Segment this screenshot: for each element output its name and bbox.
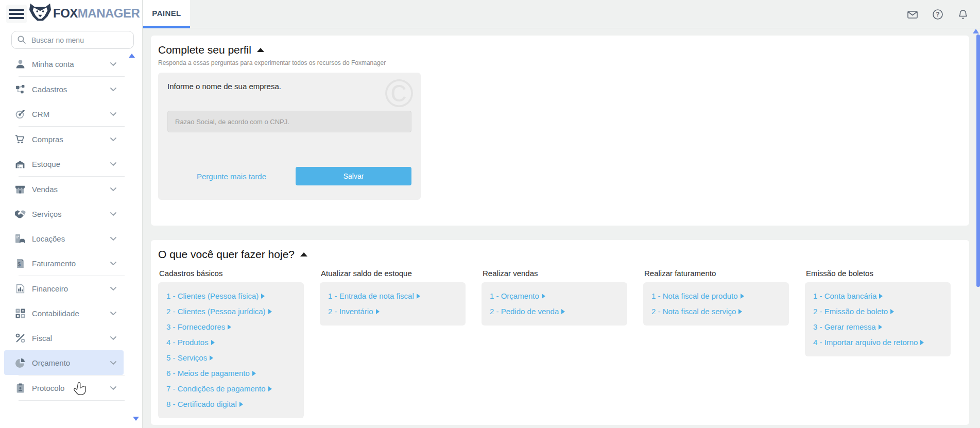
svg-text:$: $ (18, 262, 21, 267)
task-column-panel: 1 - Entrada de nota fiscal2 - Inventário (320, 282, 466, 326)
task-link-2-clientes-pessoa-juridica[interactable]: 2 - Clientes (Pessoa jurídica) (166, 304, 296, 319)
sidebar-item-label: Compras (32, 135, 110, 144)
play-arrow-icon (268, 386, 272, 391)
task-column-panel: 1 - Clientes (Pessoa física)2 - Clientes… (158, 282, 304, 418)
play-arrow-icon (741, 294, 744, 299)
profile-card-title-text: Complete seu perfil (158, 44, 251, 56)
task-column-panel: 1 - Nota fiscal de produto2 - Nota fisca… (643, 282, 789, 326)
fox-logo-icon (29, 3, 51, 24)
collapse-section-icon[interactable] (300, 252, 307, 256)
profile-question: Informe o nome de sua empresa. (167, 82, 411, 91)
pie-icon (14, 358, 26, 368)
ask-later-link[interactable]: Pergunte mais tarde (167, 172, 296, 181)
task-link-6-meios-de-pagamento[interactable]: 6 - Meios de pagamento (166, 366, 296, 381)
play-arrow-icon (268, 309, 272, 314)
task-link-8-certificado-digital[interactable]: 8 - Certificado digital (166, 397, 296, 412)
task-link-2-emissao-de-boleto[interactable]: 2 - Emissão de boleto (813, 304, 942, 319)
topbar: PAINEL ? (143, 0, 980, 28)
task-column-cadastros-basicos: Cadastros básicos1 - Clientes (Pessoa fí… (158, 269, 304, 418)
sidebar-item-servicos[interactable]: Serviços (4, 201, 124, 226)
sidebar-item-orcamento[interactable]: Orçamento (4, 350, 124, 375)
sidebar-item-minha-conta[interactable]: Minha conta (4, 52, 124, 76)
sidebar-scroll-up-icon[interactable] (129, 54, 135, 58)
tab-painel[interactable]: PAINEL (143, 0, 190, 28)
chevron-down-icon (110, 262, 116, 265)
chevron-down-icon (110, 386, 116, 390)
app-logo: FOXMANAGER (29, 3, 140, 24)
chevron-down-icon (110, 312, 116, 315)
sidebar-item-label: Financeiro (32, 284, 110, 293)
sidebar-item-cadastros[interactable]: Cadastros (4, 77, 124, 101)
sidebar-item-locacoes[interactable]: Locações (4, 226, 124, 251)
sidebar-item-fiscal[interactable]: Fiscal (4, 326, 124, 350)
search-input[interactable] (11, 31, 134, 49)
chevron-down-icon (110, 88, 116, 91)
play-arrow-icon (210, 355, 213, 361)
task-link-2-pedido-de-venda[interactable]: 2 - Pedido de venda (490, 304, 619, 319)
task-link-1-entrada-de-nota-fiscal[interactable]: 1 - Entrada de nota fiscal (328, 288, 457, 304)
building-car-icon (14, 234, 26, 244)
play-arrow-icon (920, 340, 924, 345)
task-link-1-orcamento[interactable]: 1 - Orçamento (490, 288, 619, 304)
sidebar-item-label: Contabilidade (32, 309, 110, 318)
sidebar-item-financeiro[interactable]: Financeiro (4, 276, 124, 301)
store-icon (14, 184, 26, 194)
play-arrow-icon (879, 294, 883, 299)
sidebar-item-vendas[interactable]: Vendas (4, 177, 124, 201)
task-link-3-gerar-remessa[interactable]: 3 - Gerar remessa (813, 319, 942, 335)
task-link-2-inventario[interactable]: 2 - Inventário (328, 304, 457, 319)
svg-text:?: ? (936, 11, 939, 18)
profile-question-panel: Informe o nome de sua empresa. © Pergunt… (158, 73, 421, 200)
task-link-1-conta-bancaria[interactable]: 1 - Conta bancária (813, 288, 942, 304)
play-arrow-icon (376, 309, 380, 314)
handshake-icon (14, 209, 26, 219)
chevron-down-icon (110, 162, 116, 166)
sidebar-item-label: Locações (32, 234, 110, 243)
tasks-card-title: O que você quer fazer hoje? (158, 248, 962, 261)
app-logo-text: FOXMANAGER (53, 3, 140, 24)
sidebar-item-protocolo[interactable]: Protocolo (4, 375, 124, 400)
clipboard-icon (14, 383, 26, 393)
task-link-1-nota-fiscal-de-produto[interactable]: 1 - Nota fiscal de produto (651, 288, 781, 304)
sidebar-item-compras[interactable]: Compras (4, 127, 124, 151)
chevron-down-icon (110, 112, 116, 116)
tasks-card-title-text: O que você quer fazer hoje? (158, 248, 295, 261)
chevron-down-icon (110, 237, 116, 241)
collapse-section-icon[interactable] (257, 48, 264, 52)
sidebar-item-label: Fiscal (32, 334, 110, 343)
profile-panel-footer: Pergunte mais tarde Salvar (167, 167, 411, 185)
help-icon[interactable]: ? (932, 9, 943, 20)
task-column-header: Realizar faturamento (644, 269, 789, 278)
sidebar-item-crm[interactable]: CRM (4, 101, 124, 126)
task-link-2-nota-fiscal-de-servico[interactable]: 2 - Nota fiscal de serviço (651, 304, 781, 319)
page-scrollbar-thumb[interactable] (976, 35, 980, 287)
sidebar-item-contabilidade[interactable]: Contabilidade (4, 301, 124, 326)
hamburger-menu-icon[interactable] (6, 5, 27, 23)
sidebar-item-label: Orçamento (32, 358, 110, 367)
sidebar-item-label: Faturamento (32, 259, 110, 268)
task-column-header: Emissão de boletos (806, 269, 951, 278)
sidebar-item-label: Estoque (32, 160, 110, 168)
sidebar-item-estoque[interactable]: Estoque (4, 151, 124, 176)
chevron-down-icon (110, 336, 116, 340)
task-link-4-importar-arquivo-de-retorno[interactable]: 4 - Importar arquivo de retorno (813, 335, 942, 350)
mail-icon[interactable] (907, 9, 918, 20)
task-column-atualizar-saldo-de-estoque: Atualizar saldo de estoque1 - Entrada de… (320, 269, 466, 418)
sidebar-scroll-down-icon[interactable] (133, 417, 139, 421)
play-arrow-icon (261, 294, 265, 299)
sidebar-item-label: Vendas (32, 185, 110, 194)
chart-icon (14, 284, 26, 294)
task-link-4-produtos[interactable]: 4 - Produtos (166, 335, 296, 350)
notifications-bell-icon[interactable] (957, 9, 969, 20)
task-link-5-servicos[interactable]: 5 - Serviços (166, 350, 296, 366)
play-arrow-icon (879, 324, 882, 330)
play-arrow-icon (738, 309, 742, 314)
task-link-3-fornecedores[interactable]: 3 - Fornecedores (166, 319, 296, 335)
save-button[interactable]: Salvar (296, 167, 411, 185)
sidebar-item-faturamento[interactable]: $Faturamento (4, 251, 124, 276)
task-link-1-clientes-pessoa-fisica[interactable]: 1 - Clientes (Pessoa física) (166, 288, 296, 304)
page-scroll-up-icon[interactable] (973, 29, 979, 33)
company-name-input[interactable] (167, 111, 411, 132)
task-link-7-condicoes-de-pagamento[interactable]: 7 - Condições de pagamento (166, 381, 296, 397)
profile-card-subtitle: Responda a essas perguntas para experime… (158, 59, 962, 66)
